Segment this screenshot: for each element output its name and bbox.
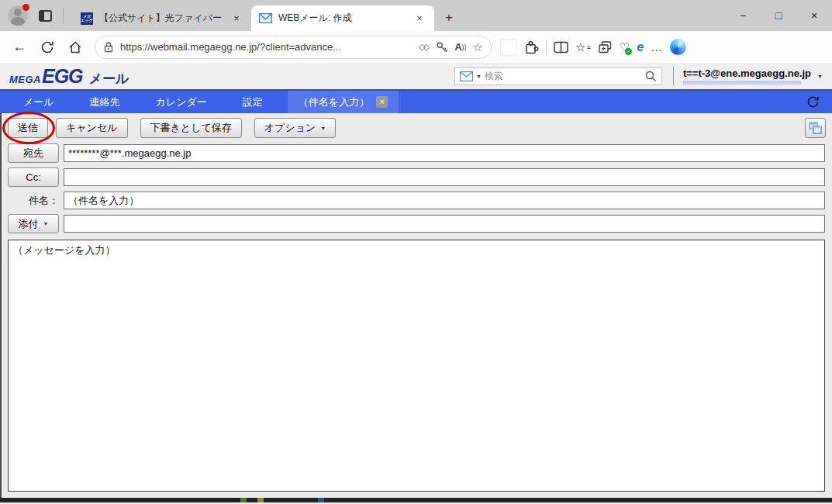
subject-row: 件名： xyxy=(2,189,832,212)
envelope-favicon-icon xyxy=(259,13,272,23)
megaegg-logo: MEGA EGG メール xyxy=(9,65,129,88)
taskbar-pixel xyxy=(318,498,324,502)
close-button[interactable]: × xyxy=(796,0,832,31)
compose-tab-label: （件名を入力） xyxy=(299,95,369,109)
logo-mail-text: メール xyxy=(89,70,129,88)
compose-tab-close-icon[interactable]: × xyxy=(376,96,388,108)
cascade-windows-icon xyxy=(809,122,822,134)
password-key-icon[interactable] xyxy=(436,41,448,54)
search-scope-envelope-icon[interactable] xyxy=(460,71,473,81)
nav-item-settings[interactable]: 設定 xyxy=(230,91,275,113)
header-separator xyxy=(673,67,674,85)
subject-label: 件名： xyxy=(29,194,59,208)
account-email: t==t-3@ene.megaegg.ne.jp xyxy=(683,67,811,79)
url-text[interactable]: https://webmail.megaegg.ne.jp/?client=ad… xyxy=(120,41,413,53)
notification-dot xyxy=(22,4,29,11)
maximize-button[interactable]: □ xyxy=(761,0,796,31)
profile-avatar[interactable] xyxy=(8,5,28,26)
split-window-icon[interactable]: ◇◇ xyxy=(419,42,430,52)
toolbar-separator xyxy=(546,40,547,55)
split-screen-icon[interactable] xyxy=(554,41,568,54)
tab-strip: メガ エッグ 【公式サイト】光ファイバー、インターネ × WEBメール: 作成 … xyxy=(73,0,459,31)
mail-refresh-icon[interactable] xyxy=(806,91,820,113)
more-options-icon[interactable]: … xyxy=(651,40,663,54)
browser-titlebar: メガ エッグ 【公式サイト】光ファイバー、インターネ × WEBメール: 作成 … xyxy=(0,0,832,31)
taskbar-pixel xyxy=(257,498,264,502)
account-dropdown-icon[interactable]: ▼ xyxy=(817,74,823,79)
minimize-button[interactable]: − xyxy=(725,0,761,31)
lock-icon[interactable] xyxy=(103,41,114,53)
back-button[interactable]: ← xyxy=(8,36,31,59)
account-menu[interactable]: t==t-3@ene.megaegg.ne.jp ▼ xyxy=(683,67,823,85)
collections-icon[interactable] xyxy=(598,40,613,54)
popout-window-button[interactable] xyxy=(805,118,826,138)
subject-input[interactable] xyxy=(64,192,825,209)
new-tab-button[interactable]: + xyxy=(439,8,459,28)
to-row: 宛先 xyxy=(2,141,832,165)
extensions-puzzle-icon[interactable] xyxy=(523,40,539,55)
address-bar[interactable]: https://webmail.megaegg.ne.jp/?client=ad… xyxy=(95,36,492,59)
webmail-nav: メール 連絡先 カレンダー 設定 （件名を入力） × xyxy=(0,91,832,113)
compose-pane: 送信 キャンセル 下書きとして保存 オプション ▼ 宛先 Cc: 件名： xyxy=(0,113,832,498)
browser-toolbar: ← https://webmail.megaegg.ne.jp/?client=… xyxy=(0,31,832,63)
attach-dropdown-icon: ▼ xyxy=(43,221,49,226)
tab-title: 【公式サイト】光ファイバー、インターネ xyxy=(99,12,223,25)
search-icon[interactable] xyxy=(645,71,657,82)
options-dropdown-icon: ▼ xyxy=(320,126,326,131)
to-input[interactable] xyxy=(64,144,825,162)
favorite-star-icon[interactable]: ☆ xyxy=(473,40,483,54)
read-aloud-icon[interactable]: A)) xyxy=(454,41,466,53)
to-button[interactable]: 宛先 xyxy=(8,143,59,163)
window-controls: − □ × xyxy=(725,0,832,31)
titlebar-separator xyxy=(63,8,64,23)
nav-item-mail[interactable]: メール xyxy=(11,91,67,113)
cc-row: Cc: xyxy=(2,165,832,189)
workspaces-icon[interactable] xyxy=(39,10,52,22)
browser-essentials-icon[interactable]: ♡ ✓ xyxy=(620,40,630,54)
compose-tab[interactable]: （件名を入力） × xyxy=(288,91,399,113)
cancel-button[interactable]: キャンセル xyxy=(56,118,128,138)
taskbar-sliver xyxy=(0,498,832,502)
logo-mega-text: MEGA xyxy=(9,74,41,85)
attach-row: 添付 ▼ xyxy=(2,212,832,236)
send-button[interactable]: 送信 xyxy=(8,118,48,138)
webmail-header: MEGA EGG メール ▼ t==t-3@ene.megaegg.ne.jp … xyxy=(0,63,832,91)
ie-mode-icon[interactable]: e xyxy=(637,40,644,54)
megaegg-favicon-icon: メガ エッグ xyxy=(81,12,93,25)
nav-item-contacts[interactable]: 連絡先 xyxy=(78,91,133,113)
refresh-button[interactable] xyxy=(36,36,59,59)
home-button[interactable] xyxy=(64,36,87,59)
blank-extension-icon[interactable] xyxy=(501,40,516,55)
toolbar-right-icons: ☆≡ ♡ ✓ e … xyxy=(501,39,686,55)
essentials-check-icon: ✓ xyxy=(625,48,632,55)
attachments-input[interactable] xyxy=(64,215,825,233)
browser-tab-megaegg-site[interactable]: メガ エッグ 【公式サイト】光ファイバー、インターネ × xyxy=(73,5,251,31)
nav-item-calendar[interactable]: カレンダー xyxy=(143,91,219,113)
copilot-icon[interactable] xyxy=(670,39,686,55)
tab-title: WEBメール: 作成 xyxy=(278,12,406,25)
logo-egg-text: EGG xyxy=(42,65,83,88)
options-button[interactable]: オプション ▼ xyxy=(254,118,336,138)
mail-search-box[interactable]: ▼ xyxy=(454,67,662,85)
favorites-hub-icon[interactable]: ☆≡ xyxy=(575,40,591,54)
save-draft-button[interactable]: 下書きとして保存 xyxy=(140,118,242,138)
tab-close-icon[interactable]: × xyxy=(413,12,426,26)
cc-input[interactable] xyxy=(64,168,825,186)
search-input[interactable] xyxy=(485,71,642,81)
search-scope-dropdown-icon[interactable]: ▼ xyxy=(476,74,482,79)
browser-tab-webmail-compose[interactable]: WEBメール: 作成 × xyxy=(251,5,434,31)
account-underline xyxy=(683,81,801,85)
tab-close-icon[interactable]: × xyxy=(230,12,243,26)
taskbar-pixel xyxy=(240,498,247,502)
message-body-input[interactable]: （メッセージを入力） xyxy=(8,240,825,492)
cc-button[interactable]: Cc: xyxy=(8,167,59,187)
compose-toolbar: 送信 キャンセル 下書きとして保存 オプション ▼ xyxy=(2,113,832,141)
attach-button[interactable]: 添付 ▼ xyxy=(8,214,59,233)
